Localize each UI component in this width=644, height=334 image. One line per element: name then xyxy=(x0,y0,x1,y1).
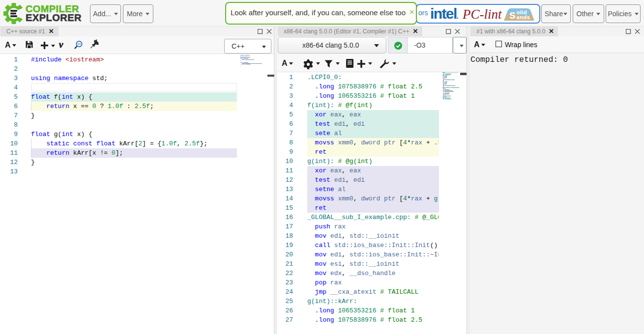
svg-text:S: S xyxy=(509,10,516,21)
svg-text:ands: ands xyxy=(517,14,530,20)
